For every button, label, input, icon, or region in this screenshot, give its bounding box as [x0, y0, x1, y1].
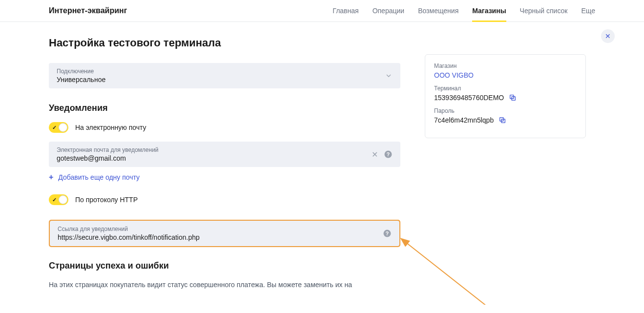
add-email-label: Добавить еще одну почту: [58, 173, 140, 181]
email-toggle-label: На электронную почту: [75, 124, 146, 131]
side-column: Магазин ООО VIGBO Терминал 1539369485760…: [425, 37, 586, 290]
svg-text:?: ?: [386, 230, 389, 236]
http-toggle-label: По протоколу HTTP: [75, 196, 138, 204]
email-field[interactable]: Электронная почта для уведомлений gotest…: [49, 142, 400, 167]
shop-label: Магазин: [434, 63, 577, 69]
email-field-value: gotestweb@gmail.com: [57, 154, 370, 162]
help-icon[interactable]: ?: [384, 150, 393, 159]
nav-home[interactable]: Главная: [332, 0, 358, 21]
pages-title: Страницы успеха и ошибки: [49, 261, 400, 271]
close-button[interactable]: ✕: [601, 29, 615, 43]
nav-operations[interactable]: Операции: [373, 0, 405, 21]
page-title: Настройка тестового терминала: [49, 37, 400, 49]
copy-icon[interactable]: [499, 116, 506, 124]
shop-link[interactable]: ООО VIGBO: [434, 71, 577, 79]
chevron-down-icon: [385, 72, 393, 80]
connection-label: Подключение: [57, 68, 385, 75]
email-toggle[interactable]: ✓: [49, 122, 68, 133]
toggle-knob: [59, 123, 67, 132]
nav-shops[interactable]: Магазины: [472, 0, 506, 21]
notifications-title: Уведомления: [49, 103, 400, 113]
terminal-label: Терминал: [434, 85, 577, 92]
svg-text:?: ?: [387, 151, 390, 157]
connection-dropdown[interactable]: Подключение Универсальное: [49, 63, 400, 88]
help-icon[interactable]: ?: [383, 229, 392, 238]
clear-icon[interactable]: ✕: [370, 150, 379, 159]
nav-more[interactable]: Еще: [582, 0, 596, 21]
terminal-value: 1539369485760DEMO: [434, 94, 504, 102]
http-toggle-row: ✓ По протоколу HTTP: [49, 194, 400, 205]
nav-refunds[interactable]: Возмещения: [418, 0, 458, 21]
email-field-label: Электронная почта для уведомлений: [57, 146, 370, 153]
password-value: 7c4el6m42mn5lqpb: [434, 116, 494, 124]
email-toggle-row: ✓ На электронную почту: [49, 122, 400, 133]
connection-value: Универсальное: [57, 76, 385, 83]
store-card: Магазин ООО VIGBO Терминал 1539369485760…: [425, 54, 586, 138]
main-container: ✕ Настройка тестового терминала Подключе…: [0, 22, 644, 305]
check-icon: ✓: [52, 197, 57, 203]
highlighted-frame: Ссылка для уведомлений https://secure.vi…: [49, 220, 400, 247]
url-field[interactable]: Ссылка для уведомлений https://secure.vi…: [50, 221, 399, 246]
plus-icon: +: [49, 173, 53, 182]
http-toggle[interactable]: ✓: [49, 194, 68, 205]
add-email-link[interactable]: + Добавить еще одну почту: [49, 173, 400, 182]
main-content: Настройка тестового терминала Подключени…: [49, 37, 400, 290]
nav: Главная Операции Возмещения Магазины Чер…: [332, 0, 595, 21]
check-icon: ✓: [52, 125, 57, 131]
toggle-knob: [59, 195, 67, 204]
header: Интернет-эквайринг Главная Операции Возм…: [0, 0, 644, 22]
close-icon: ✕: [605, 32, 611, 40]
copy-icon[interactable]: [509, 94, 517, 102]
pages-description: На этих страницах покупатель видит стату…: [49, 280, 400, 290]
nav-blacklist[interactable]: Черный список: [520, 0, 568, 21]
url-field-value: https://secure.vigbo.com/tinkoff/notific…: [58, 233, 383, 241]
password-label: Пароль: [434, 107, 577, 114]
app-title: Интернет-эквайринг: [49, 6, 127, 15]
url-field-label: Ссылка для уведомлений: [58, 226, 383, 232]
